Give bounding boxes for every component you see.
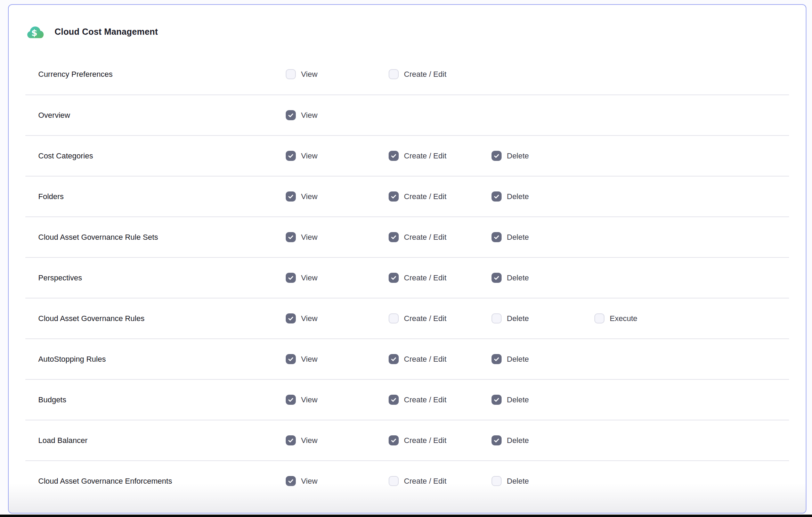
permission-label: Create / Edit <box>404 477 446 486</box>
permission-label: Create / Edit <box>404 233 446 242</box>
checkbox-view[interactable]: View <box>286 191 317 202</box>
checkbox-checked[interactable] <box>492 435 502 445</box>
checkbox-unchecked[interactable] <box>594 313 604 323</box>
checkbox-execute[interactable]: Execute <box>594 313 638 323</box>
permission-label: View <box>301 314 317 323</box>
checkbox-checked[interactable] <box>286 273 296 283</box>
checkbox-delete[interactable]: Delete <box>492 273 529 283</box>
checkbox-create-edit[interactable]: Create / Edit <box>389 313 446 323</box>
resource-name: Currency Preferences <box>38 70 286 79</box>
checkbox-create-edit[interactable]: Create / Edit <box>389 395 446 405</box>
resource-name: Overview <box>38 111 286 120</box>
checkbox-checked[interactable] <box>286 110 296 120</box>
checkbox-checked[interactable] <box>389 273 399 283</box>
permission-label: Create / Edit <box>404 151 446 161</box>
checkbox-view[interactable]: View <box>286 273 317 283</box>
checkmark-icon <box>493 153 500 159</box>
checkbox-checked[interactable] <box>492 151 502 161</box>
checkmark-icon <box>390 234 397 240</box>
checkbox-delete[interactable]: Delete <box>492 435 529 445</box>
checkbox-checked[interactable] <box>286 354 296 364</box>
checkbox-checked[interactable] <box>286 191 296 202</box>
checkbox-checked[interactable] <box>389 395 399 405</box>
svg-text:$: $ <box>31 27 37 38</box>
checkbox-create-edit[interactable]: Create / Edit <box>389 69 446 79</box>
checkbox-view[interactable]: View <box>286 435 317 445</box>
checkbox-checked[interactable] <box>389 191 399 202</box>
permission-row: Cloud Asset Governance Rules ViewCreate … <box>25 298 789 338</box>
checkbox-view[interactable]: View <box>286 313 317 323</box>
checkbox-create-edit[interactable]: Create / Edit <box>389 476 446 486</box>
checkbox-checked[interactable] <box>286 435 296 445</box>
cloud-dollar-icon: $ <box>27 25 44 39</box>
checkbox-create-edit[interactable]: Create / Edit <box>389 191 446 202</box>
checkbox-checked[interactable] <box>286 151 296 161</box>
checkbox-create-edit[interactable]: Create / Edit <box>389 435 446 445</box>
checkbox-unchecked[interactable] <box>389 476 399 486</box>
checkbox-unchecked[interactable] <box>286 69 296 79</box>
checkbox-checked[interactable] <box>492 395 502 405</box>
checkbox-checked[interactable] <box>389 151 399 161</box>
permission-label: View <box>301 192 317 201</box>
checkbox-create-edit[interactable]: Create / Edit <box>389 232 446 242</box>
permission-label: View <box>301 111 317 120</box>
permission-label: View <box>301 70 317 79</box>
resource-name: Folders <box>38 192 286 201</box>
permission-label: Create / Edit <box>404 314 446 323</box>
checkbox-view[interactable]: View <box>286 354 317 364</box>
checkbox-delete[interactable]: Delete <box>492 476 529 486</box>
checkbox-create-edit[interactable]: Create / Edit <box>389 354 446 364</box>
resource-name: AutoStopping Rules <box>38 355 286 364</box>
checkbox-checked[interactable] <box>286 476 296 486</box>
permission-label: Delete <box>507 477 529 486</box>
checkbox-delete[interactable]: Delete <box>492 151 529 161</box>
checkbox-create-edit[interactable]: Create / Edit <box>389 273 446 283</box>
checkbox-checked[interactable] <box>286 232 296 242</box>
permission-row: Load Balancer ViewCreate / EditDelete <box>25 420 789 460</box>
checkbox-delete[interactable]: Delete <box>492 354 529 364</box>
checkbox-create-edit[interactable]: Create / Edit <box>389 151 446 161</box>
checkbox-delete[interactable]: Delete <box>492 232 529 242</box>
permission-row: Overview View <box>25 95 789 135</box>
module-title: Cloud Cost Management <box>55 27 158 37</box>
checkmark-icon <box>287 112 294 118</box>
checkbox-checked[interactable] <box>389 354 399 364</box>
checkbox-unchecked[interactable] <box>492 313 502 323</box>
resource-name: Cloud Asset Governance Rule Sets <box>38 233 286 242</box>
checkbox-delete[interactable]: Delete <box>492 313 529 323</box>
checkbox-checked[interactable] <box>389 232 399 242</box>
checkbox-checked[interactable] <box>492 354 502 364</box>
checkbox-checked[interactable] <box>286 313 296 323</box>
checkmark-icon <box>287 315 294 322</box>
permission-row: Cloud Asset Governance Rule Sets ViewCre… <box>25 216 789 257</box>
bottom-bar <box>0 515 812 517</box>
checkbox-checked[interactable] <box>286 395 296 405</box>
permission-label: View <box>301 151 317 161</box>
permission-label: View <box>301 273 317 282</box>
checkbox-view[interactable]: View <box>286 395 317 405</box>
checkbox-unchecked[interactable] <box>389 69 399 79</box>
checkbox-delete[interactable]: Delete <box>492 191 529 202</box>
checkmark-icon <box>493 356 500 362</box>
checkbox-view[interactable]: View <box>286 110 317 120</box>
checkmark-icon <box>287 437 294 444</box>
checkbox-view[interactable]: View <box>286 232 317 242</box>
checkbox-checked[interactable] <box>389 435 399 445</box>
checkbox-unchecked[interactable] <box>492 476 502 486</box>
checkbox-delete[interactable]: Delete <box>492 395 529 405</box>
checkbox-view[interactable]: View <box>286 69 317 79</box>
checkbox-checked[interactable] <box>492 232 502 242</box>
permission-label: Create / Edit <box>404 70 446 79</box>
checkbox-unchecked[interactable] <box>389 313 399 323</box>
permission-label: View <box>301 477 317 486</box>
checkbox-checked[interactable] <box>492 273 502 283</box>
checkbox-view[interactable]: View <box>286 151 317 161</box>
checkbox-checked[interactable] <box>492 191 502 202</box>
checkbox-view[interactable]: View <box>286 476 317 486</box>
checkmark-icon <box>390 396 397 403</box>
resource-name: Budgets <box>38 395 286 404</box>
checkmark-icon <box>287 274 294 281</box>
resource-name: Cloud Asset Governance Rules <box>38 314 286 323</box>
checkmark-icon <box>287 396 294 403</box>
permission-row: Budgets ViewCreate / EditDelete <box>25 379 789 420</box>
